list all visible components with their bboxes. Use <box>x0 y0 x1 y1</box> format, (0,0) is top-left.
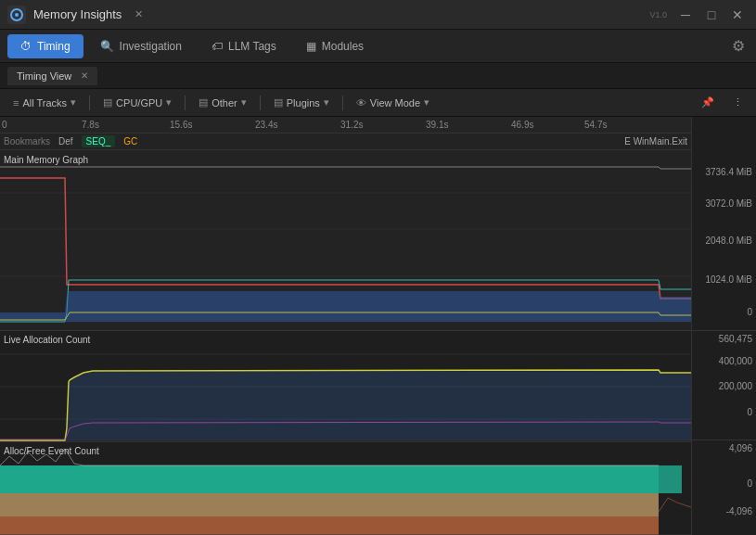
time-tick-2: 15.6s <box>170 120 192 130</box>
nav-tab-llm-tags[interactable]: 🏷 LLM Tags <box>199 34 289 58</box>
time-tick-7: 54.7s <box>584 120 607 130</box>
nav-tab-timing-label: Timing <box>37 40 70 53</box>
title-tab-close-icon[interactable]: ✕ <box>129 6 148 22</box>
minimize-button[interactable]: ─ <box>674 6 697 23</box>
svg-text:Main Memory Graph: Main Memory Graph <box>4 155 88 165</box>
time-tick-3: 23.4s <box>255 120 277 130</box>
search-icon: 🔍 <box>100 40 114 53</box>
time-tick-5: 39.1s <box>426 120 448 130</box>
toolbar-separator-4 <box>342 96 343 110</box>
settings-icon[interactable]: ⚙ <box>728 33 749 58</box>
time-tick-1: 7.8s <box>82 120 99 130</box>
other-chevron-icon: ▾ <box>241 96 247 108</box>
timing-view-tab-label: Timing View <box>17 70 71 82</box>
tracks-icon: ≡ <box>13 97 19 108</box>
cpu-gpu-dropdown[interactable]: ▤ CPU/GPU ▾ <box>96 94 179 111</box>
close-button[interactable]: ✕ <box>726 6 749 23</box>
overflow-icon: ⋮ <box>733 96 743 108</box>
right-axis: 3736.4 MiB 3072.0 MiB 2048.0 MiB 1024.0 … <box>691 117 756 535</box>
other-label: Other <box>211 97 237 108</box>
chart-area[interactable]: 0 7.8s 15.6s 23.4s 31.2s 39.1s 46.9s 54.… <box>0 117 691 535</box>
toolbar-right: 📌 ⋮ <box>694 94 750 111</box>
all-tracks-label: All Tracks <box>22 97 67 108</box>
svg-marker-26 <box>0 371 691 440</box>
cpu-gpu-chevron-icon: ▾ <box>166 96 172 108</box>
window-controls: V1.0 ─ □ ✕ <box>649 6 749 23</box>
axis-main-1024: 1024.0 MiB <box>705 274 752 285</box>
other-icon: ▤ <box>199 96 208 108</box>
pin-icon: 📌 <box>701 96 714 108</box>
toolbar-separator-1 <box>89 96 90 110</box>
svg-marker-18 <box>0 291 691 322</box>
time-tick-4: 31.2s <box>340 120 363 130</box>
plugins-dropdown[interactable]: ▤ Plugins ▾ <box>266 94 337 111</box>
axis-event-0: 0 <box>747 478 752 489</box>
chart-svg[interactable]: Main Memory Graph Live Allocation Count <box>0 150 691 535</box>
axis-alloc-0: 0 <box>747 407 752 417</box>
svg-text:Live Allocation Count: Live Allocation Count <box>4 335 91 345</box>
axis-main-3072: 3072.0 MiB <box>705 198 752 209</box>
main-content: 0 7.8s 15.6s 23.4s 31.2s 39.1s 46.9s 54.… <box>0 117 756 535</box>
timing-tab-bar: Timing View ✕ <box>0 63 756 89</box>
nav-tab-modules-label: Modules <box>322 40 364 53</box>
bookmark-label: Bookmarks <box>4 136 50 146</box>
other-dropdown[interactable]: ▤ Other ▾ <box>191 94 254 111</box>
time-ruler: 0 7.8s 15.6s 23.4s 31.2s 39.1s 46.9s 54.… <box>0 117 691 134</box>
plugins-label: Plugins <box>287 97 320 108</box>
axis-alloc-200: 200,000 <box>719 381 752 391</box>
pin-button[interactable]: 📌 <box>694 94 722 111</box>
timing-view-tab[interactable]: Timing View ✕ <box>7 67 97 85</box>
cpu-icon: ▤ <box>103 96 112 108</box>
toolbar: ≡ All Tracks ▾ ▤ CPU/GPU ▾ ▤ Other ▾ ▤ P… <box>0 89 756 117</box>
view-mode-dropdown[interactable]: 👁 View Mode ▾ <box>349 94 437 111</box>
svg-point-1 <box>15 13 19 17</box>
nav-bar: ⏱ Timing 🔍 Investigation 🏷 LLM Tags ▦ Mo… <box>0 30 756 63</box>
bookmark-seq[interactable]: SEQ_ <box>82 135 116 147</box>
grid-icon: ▦ <box>306 40 316 53</box>
time-tick-6: 46.9s <box>511 120 533 130</box>
maximize-button[interactable]: □ <box>700 6 723 23</box>
cpu-gpu-label: CPU/GPU <box>116 97 162 108</box>
axis-divider-1 <box>692 330 756 331</box>
all-tracks-dropdown[interactable]: ≡ All Tracks ▾ <box>6 94 83 111</box>
window-title: Memory Insights <box>33 7 122 21</box>
plugins-chevron-icon: ▾ <box>324 96 329 108</box>
axis-event-4096: 4,096 <box>729 443 752 453</box>
eye-icon: 👁 <box>356 97 366 108</box>
tag-icon: 🏷 <box>211 40 223 53</box>
view-mode-label: View Mode <box>370 97 420 108</box>
app-icon <box>7 6 26 24</box>
axis-main-3736: 3736.4 MiB <box>705 167 752 177</box>
axis-alloc-560: 560,475 <box>719 334 752 344</box>
axis-event-neg4096: -4,096 <box>726 506 752 516</box>
version-label: V1.0 <box>649 10 667 19</box>
nav-tab-llm-label: LLM Tags <box>228 40 276 53</box>
nav-tab-investigation[interactable]: 🔍 Investigation <box>87 34 195 58</box>
svg-rect-31 <box>0 493 673 535</box>
timing-view-tab-close-icon[interactable]: ✕ <box>81 70 88 81</box>
svg-text:Alloc/Free Event Count: Alloc/Free Event Count <box>4 446 99 456</box>
title-bar: Memory Insights ✕ V1.0 ─ □ ✕ <box>0 0 756 30</box>
bookmark-def[interactable]: Def <box>54 135 78 147</box>
svg-rect-33 <box>659 465 682 493</box>
nav-tab-investigation-label: Investigation <box>120 40 182 53</box>
nav-tab-timing[interactable]: ⏱ Timing <box>7 34 83 58</box>
axis-main-2048: 2048.0 MiB <box>705 236 752 246</box>
all-tracks-chevron-icon: ▾ <box>70 96 76 108</box>
clock-icon: ⏱ <box>20 40 32 53</box>
axis-alloc-400: 400,000 <box>719 356 752 366</box>
title-bar-left: Memory Insights ✕ <box>7 6 148 24</box>
toolbar-separator-2 <box>185 96 186 110</box>
time-tick-0: 0 <box>2 120 7 130</box>
bookmark-bar: Bookmarks Def SEQ_ GC E WinMain.Exit <box>0 134 691 150</box>
axis-main-0: 0 <box>747 307 752 317</box>
exit-label: E WinMain.Exit <box>624 136 687 146</box>
overflow-menu-button[interactable]: ⋮ <box>725 94 750 111</box>
view-mode-chevron-icon: ▾ <box>424 96 429 108</box>
toolbar-separator-3 <box>260 96 261 110</box>
bookmark-gc[interactable]: GC <box>119 135 142 147</box>
axis-divider-2 <box>692 439 756 440</box>
nav-tab-modules[interactable]: ▦ Modules <box>293 34 377 58</box>
plugins-icon: ▤ <box>274 96 283 108</box>
